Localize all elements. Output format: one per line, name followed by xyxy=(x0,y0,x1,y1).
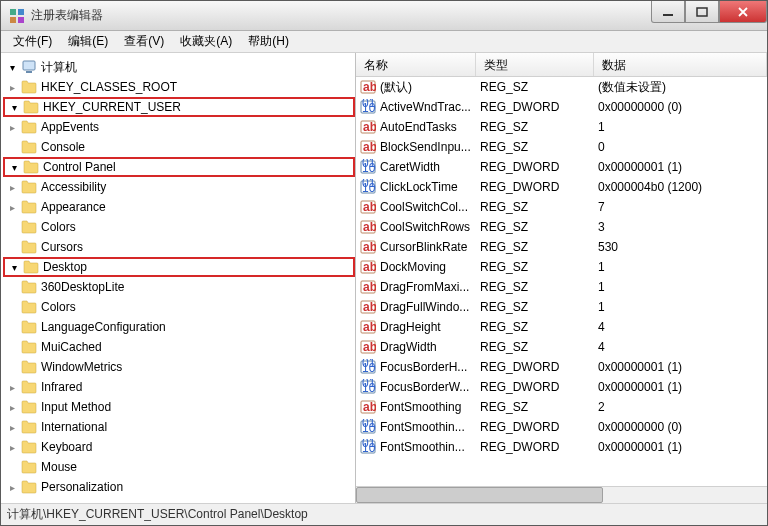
expand-icon[interactable] xyxy=(5,60,19,74)
tree-360desktoplite[interactable]: 360DesktopLite xyxy=(5,277,355,297)
value-name: DragFullWindo... xyxy=(380,300,480,314)
expand-icon[interactable] xyxy=(5,180,19,194)
value-row[interactable]: CoolSwitchCol...REG_SZ7 xyxy=(356,197,767,217)
expand-icon xyxy=(5,320,19,334)
expand-icon[interactable] xyxy=(5,440,19,454)
value-row[interactable]: CoolSwitchRowsREG_SZ3 xyxy=(356,217,767,237)
tree-hkcr[interactable]: HKEY_CLASSES_ROOT xyxy=(5,77,355,97)
column-headers: 名称 类型 数据 xyxy=(356,53,767,77)
tree-computer[interactable]: 计算机 xyxy=(5,57,355,77)
tree-appearance[interactable]: Appearance xyxy=(5,197,355,217)
tree-windowmetrics[interactable]: WindowMetrics xyxy=(5,357,355,377)
value-row[interactable]: BlockSendInpu...REG_SZ0 xyxy=(356,137,767,157)
tree-colors[interactable]: Colors xyxy=(5,217,355,237)
tree-label: Appearance xyxy=(41,200,106,214)
horizontal-scrollbar[interactable] xyxy=(356,486,767,503)
tree-label: 计算机 xyxy=(41,59,77,76)
tree-hkcu[interactable]: HKEY_CURRENT_USER xyxy=(3,97,355,117)
registry-tree[interactable]: 计算机 HKEY_CLASSES_ROOT HKEY_CURRENT_USER … xyxy=(1,53,356,503)
value-data: 0 xyxy=(598,140,767,154)
tree-desktop[interactable]: Desktop xyxy=(3,257,355,277)
value-row[interactable]: DragHeightREG_SZ4 xyxy=(356,317,767,337)
value-data: 0x00000000 (0) xyxy=(598,420,767,434)
scrollbar-thumb[interactable] xyxy=(356,487,603,503)
tree-label: Desktop xyxy=(43,260,87,274)
value-row[interactable]: FontSmoothin...REG_DWORD0x00000001 (1) xyxy=(356,437,767,457)
expand-icon[interactable] xyxy=(5,200,19,214)
tree-keyboard[interactable]: Keyboard xyxy=(5,437,355,457)
maximize-button[interactable] xyxy=(685,1,719,23)
value-row[interactable]: DragWidthREG_SZ4 xyxy=(356,337,767,357)
svg-rect-9 xyxy=(10,17,16,23)
value-type: REG_SZ xyxy=(480,300,598,314)
expand-icon[interactable] xyxy=(5,80,19,94)
value-data: 0x00000001 (1) xyxy=(598,440,767,454)
value-row[interactable]: DragFullWindo...REG_SZ1 xyxy=(356,297,767,317)
value-data: 0x000004b0 (1200) xyxy=(598,180,767,194)
value-row[interactable]: FocusBorderH...REG_DWORD0x00000001 (1) xyxy=(356,357,767,377)
value-type: REG_SZ xyxy=(480,320,598,334)
tree-console[interactable]: Console xyxy=(5,137,355,157)
expand-icon[interactable] xyxy=(5,400,19,414)
value-row[interactable]: FontSmoothin...REG_DWORD0x00000000 (0) xyxy=(356,417,767,437)
tree-infrared[interactable]: Infrared xyxy=(5,377,355,397)
value-row[interactable]: AutoEndTasksREG_SZ1 xyxy=(356,117,767,137)
value-row[interactable]: DragFromMaxi...REG_SZ1 xyxy=(356,277,767,297)
menu-edit[interactable]: 编辑(E) xyxy=(60,31,116,52)
titlebar[interactable]: 注册表编辑器 xyxy=(1,1,767,31)
tree-mouse[interactable]: Mouse xyxy=(5,457,355,477)
tree-label: Console xyxy=(41,140,85,154)
tree-label: Keyboard xyxy=(41,440,92,454)
value-data: 2 xyxy=(598,400,767,414)
tree-cursors[interactable]: Cursors xyxy=(5,237,355,257)
value-data: 3 xyxy=(598,220,767,234)
expand-icon[interactable] xyxy=(7,160,21,174)
expand-icon[interactable] xyxy=(7,260,21,274)
string-value-icon xyxy=(360,399,376,415)
tree-control-panel[interactable]: Control Panel xyxy=(3,157,355,177)
menu-view[interactable]: 查看(V) xyxy=(116,31,172,52)
expand-icon[interactable] xyxy=(5,420,19,434)
tree-appevents[interactable]: AppEvents xyxy=(5,117,355,137)
expand-icon[interactable] xyxy=(7,100,21,114)
tree-label: Mouse xyxy=(41,460,77,474)
tree-muicached[interactable]: MuiCached xyxy=(5,337,355,357)
column-type[interactable]: 类型 xyxy=(476,53,594,76)
tree-label: HKEY_CURRENT_USER xyxy=(43,100,181,114)
value-row[interactable]: ActiveWndTrac...REG_DWORD0x00000000 (0) xyxy=(356,97,767,117)
tree-languageconfiguration[interactable]: LanguageConfiguration xyxy=(5,317,355,337)
tree-desktop-colors[interactable]: Colors xyxy=(5,297,355,317)
tree-international[interactable]: International xyxy=(5,417,355,437)
string-value-icon xyxy=(360,219,376,235)
value-row[interactable]: CursorBlinkRateREG_SZ530 xyxy=(356,237,767,257)
value-name: BlockSendInpu... xyxy=(380,140,480,154)
value-row[interactable]: CaretWidthREG_DWORD0x00000001 (1) xyxy=(356,157,767,177)
folder-icon xyxy=(21,140,37,154)
value-row[interactable]: ClickLockTimeREG_DWORD0x000004b0 (1200) xyxy=(356,177,767,197)
column-name[interactable]: 名称 xyxy=(356,53,476,76)
value-type: REG_SZ xyxy=(480,200,598,214)
close-button[interactable] xyxy=(719,1,767,23)
minimize-button[interactable] xyxy=(651,1,685,23)
expand-icon[interactable] xyxy=(5,120,19,134)
expand-icon[interactable] xyxy=(5,480,19,494)
registry-editor-window: 注册表编辑器 文件(F) 编辑(E) 查看(V) 收藏夹(A) 帮助(H) 计算… xyxy=(0,0,768,526)
folder-icon xyxy=(21,340,37,354)
menu-file[interactable]: 文件(F) xyxy=(5,31,60,52)
menu-help[interactable]: 帮助(H) xyxy=(240,31,297,52)
column-data[interactable]: 数据 xyxy=(594,53,767,76)
value-row[interactable]: (默认)REG_SZ(数值未设置) xyxy=(356,77,767,97)
tree-input-method[interactable]: Input Method xyxy=(5,397,355,417)
menu-favorites[interactable]: 收藏夹(A) xyxy=(172,31,240,52)
tree-accessibility[interactable]: Accessibility xyxy=(5,177,355,197)
window-title: 注册表编辑器 xyxy=(31,7,651,24)
value-row[interactable]: DockMovingREG_SZ1 xyxy=(356,257,767,277)
expand-icon[interactable] xyxy=(5,380,19,394)
value-type: REG_SZ xyxy=(480,240,598,254)
value-row[interactable]: FocusBorderW...REG_DWORD0x00000001 (1) xyxy=(356,377,767,397)
value-rows[interactable]: (默认)REG_SZ(数值未设置)ActiveWndTrac...REG_DWO… xyxy=(356,77,767,486)
value-type: REG_DWORD xyxy=(480,160,598,174)
value-row[interactable]: FontSmoothingREG_SZ2 xyxy=(356,397,767,417)
computer-icon xyxy=(21,60,37,74)
tree-personalization[interactable]: Personalization xyxy=(5,477,355,497)
